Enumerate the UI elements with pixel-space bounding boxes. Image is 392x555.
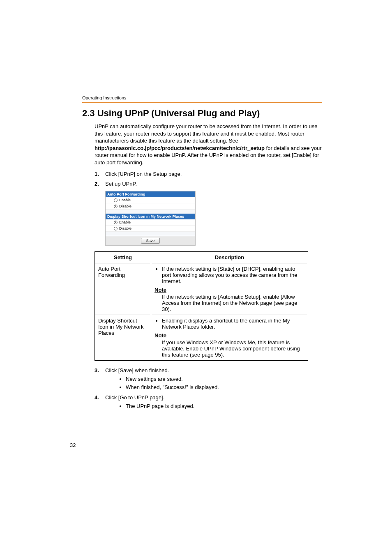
running-header: Operating Instructions — [82, 95, 322, 100]
note-label: Note — [154, 287, 304, 293]
page-number: 32 — [70, 442, 76, 448]
setting-name: Display Shortcut Icon in My Network Plac… — [95, 315, 151, 361]
save-button[interactable]: Save — [141, 238, 160, 244]
note-body: If the network setting is [Automatic Set… — [162, 294, 304, 312]
step-number: 1. — [95, 170, 105, 178]
step-text: Click [Go to UPnP page]. The UPnP page i… — [105, 394, 322, 411]
step-number: 2. — [95, 180, 105, 188]
shortcut-enable-row[interactable]: Enable — [106, 219, 195, 226]
disable-label: Disable — [119, 204, 131, 208]
col-setting: Setting — [95, 252, 151, 263]
enable-label: Enable — [119, 220, 131, 224]
section-title: 2.3 Using UPnP (Universal Plug and Play) — [82, 108, 322, 119]
step-number: 4. — [95, 394, 105, 411]
setting-name: Auto Port Forwarding — [95, 263, 151, 315]
step-text: Click [Save] when finished. New settings… — [105, 366, 322, 392]
intro-url: http://panasonic.co.jp/pcc/products/en/n… — [95, 145, 265, 151]
steps-bottom: 3. Click [Save] when finished. New setti… — [82, 366, 322, 411]
step-text-inner: Click [Save] when finished. — [105, 367, 169, 373]
radio-icon — [114, 205, 118, 208]
sub-bullets: New settings are saved. When finished, "… — [105, 375, 322, 391]
shortcut-icon-header: Display Shortcut Icon in My Network Plac… — [106, 214, 195, 219]
desc-bullet: If the network setting is [Static] or [D… — [162, 266, 304, 284]
intro-paragraph: UPnP can automatically configure your ro… — [82, 123, 322, 166]
table-row: Display Shortcut Icon in My Network Plac… — [95, 315, 308, 361]
step-text: Set up UPnP. — [105, 180, 322, 188]
auto-port-enable-row[interactable]: Enable — [106, 197, 195, 203]
setting-description: Enabling it displays a shortcut to the c… — [151, 315, 308, 361]
radio-icon — [114, 227, 118, 230]
settings-table: Setting Description Auto Port Forwarding… — [95, 251, 308, 361]
enable-label: Enable — [119, 198, 131, 202]
upnp-settings-screenshot: Auto Port Forwarding Enable Disable Disp… — [105, 191, 196, 246]
header-rule — [82, 102, 322, 103]
step-1: 1. Click [UPnP] on the Setup page. — [95, 170, 322, 178]
shortcut-disable-row[interactable]: Disable — [106, 226, 195, 232]
table-row: Auto Port Forwarding If the network sett… — [95, 263, 308, 315]
save-footer: Save — [106, 236, 195, 245]
note-label: Note — [154, 332, 304, 339]
auto-port-disable-row[interactable]: Disable — [106, 203, 195, 210]
list-item: The UPnP page is displayed. — [126, 403, 322, 410]
radio-icon — [114, 198, 118, 202]
list-item: When finished, "Success!" is displayed. — [126, 384, 322, 391]
list-item: New settings are saved. — [126, 375, 322, 383]
step-4: 4. Click [Go to UPnP page]. The UPnP pag… — [95, 394, 322, 411]
step-text: Click [UPnP] on the Setup page. — [105, 170, 322, 178]
spacer — [106, 232, 195, 236]
step-number: 3. — [95, 366, 105, 392]
page: Operating Instructions 2.3 Using UPnP (U… — [0, 0, 392, 555]
intro-pre: UPnP can automatically configure your ro… — [95, 123, 317, 144]
desc-bullet: Enabling it displays a shortcut to the c… — [162, 318, 304, 330]
step-2: 2. Set up UPnP. — [95, 180, 322, 188]
step-3: 3. Click [Save] when finished. New setti… — [95, 366, 322, 392]
sub-bullets: The UPnP page is displayed. — [105, 403, 322, 410]
spacer — [106, 210, 195, 214]
steps-top: 1. Click [UPnP] on the Setup page. 2. Se… — [82, 170, 322, 188]
step-text-inner: Click [Go to UPnP page]. — [105, 394, 164, 401]
auto-port-forwarding-header: Auto Port Forwarding — [106, 191, 195, 197]
radio-icon — [114, 221, 118, 224]
col-description: Description — [151, 252, 308, 263]
setting-description: If the network setting is [Static] or [D… — [151, 263, 308, 315]
disable-label: Disable — [119, 226, 131, 230]
note-body: If you use Windows XP or Windows Me, thi… — [162, 339, 304, 358]
